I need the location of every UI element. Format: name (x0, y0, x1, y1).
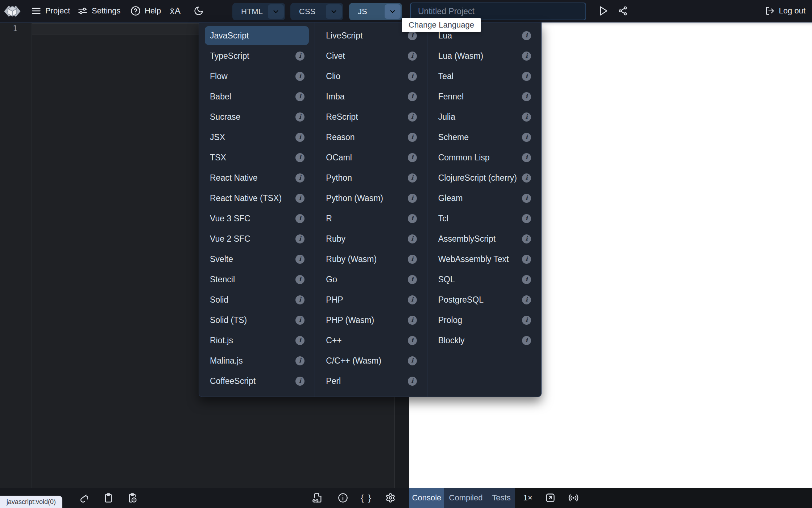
language-option[interactable]: Tcli (433, 209, 535, 228)
chevron-down-icon[interactable] (385, 4, 401, 19)
language-option[interactable]: Ri (321, 209, 421, 228)
info-icon[interactable]: i (408, 255, 417, 264)
info-icon[interactable]: i (295, 173, 304, 183)
info-icon[interactable]: i (408, 275, 417, 284)
info-icon[interactable]: i (408, 133, 417, 142)
file-tab-html[interactable]: HTML (232, 3, 285, 20)
info-icon[interactable]: i (408, 377, 417, 386)
language-option[interactable]: Blocklyi (433, 331, 535, 350)
info-icon[interactable]: i (522, 52, 531, 61)
language-option[interactable]: Babeli (205, 87, 309, 106)
language-option[interactable]: Schemei (433, 128, 535, 147)
info-icon[interactable]: i (522, 31, 531, 40)
language-option[interactable]: Ruby (Wasm)i (321, 250, 421, 269)
info-icon[interactable]: i (522, 92, 531, 101)
info-icon[interactable]: i (295, 112, 304, 122)
info-icon[interactable]: i (295, 153, 304, 162)
language-option[interactable]: Fenneli (433, 87, 535, 106)
info-icon[interactable]: i (295, 275, 304, 284)
language-option[interactable]: WebAssembly Texti (433, 250, 535, 269)
info-icon[interactable]: i (408, 316, 417, 325)
run-button[interactable] (595, 0, 611, 22)
info-icon[interactable]: i (295, 377, 304, 386)
file-tab-css[interactable]: CSS (290, 3, 343, 20)
language-option[interactable]: Goi (321, 270, 421, 289)
info-icon[interactable]: i (295, 336, 304, 345)
language-option[interactable]: C++i (321, 331, 421, 350)
clipboard-icon[interactable] (100, 488, 116, 508)
language-option[interactable]: Sveltei (205, 250, 309, 269)
menu-help[interactable]: Help (130, 0, 161, 22)
info-icon[interactable]: i (522, 316, 531, 325)
language-option[interactable]: React Native (TSX)i (205, 189, 309, 208)
info-icon[interactable]: i (408, 92, 417, 101)
info-icon[interactable]: i (522, 275, 531, 284)
info-icon[interactable]: i (295, 234, 304, 243)
menu-project[interactable]: Project (31, 0, 70, 22)
logout-button[interactable]: Log out (765, 0, 805, 22)
language-option[interactable]: Vue 3 SFCi (205, 209, 309, 228)
language-option[interactable]: SQLi (433, 270, 535, 289)
zoom-level-button[interactable]: 1× (519, 488, 536, 508)
language-option[interactable]: C/C++ (Wasm)i (321, 351, 421, 370)
info-icon[interactable]: i (522, 194, 531, 203)
language-option[interactable]: Prologi (433, 311, 535, 329)
language-option[interactable]: PostgreSQLi (433, 290, 535, 309)
info-icon[interactable]: i (522, 72, 531, 81)
language-option[interactable]: Lua (Wasm)i (433, 46, 535, 65)
info-icon[interactable]: i (408, 214, 417, 223)
language-option[interactable]: React Nativei (205, 168, 309, 187)
info-icon[interactable]: i (295, 52, 304, 61)
clipboard-paste-icon[interactable] (124, 488, 140, 508)
info-icon[interactable]: i (408, 153, 417, 162)
language-option[interactable]: Civeti (321, 46, 421, 65)
info-icon[interactable]: i (522, 153, 531, 162)
language-option[interactable]: Imbai (321, 87, 421, 106)
info-icon[interactable]: i (522, 255, 531, 264)
info-icon[interactable]: i (295, 92, 304, 101)
share-button[interactable] (615, 0, 631, 22)
app-logo-icon[interactable] (4, 3, 21, 20)
info-icon[interactable]: i (522, 234, 531, 243)
language-option[interactable]: TypeScripti (205, 46, 309, 65)
info-icon[interactable]: i (522, 112, 531, 122)
language-option[interactable]: OCamli (321, 148, 421, 167)
info-icon[interactable]: i (408, 72, 417, 81)
chevron-down-icon[interactable] (268, 4, 284, 19)
info-icon[interactable]: i (295, 214, 304, 223)
info-icon[interactable]: i (408, 234, 417, 243)
info-icon[interactable]: i (295, 72, 304, 81)
info-icon[interactable]: i (408, 336, 417, 345)
live-broadcast-icon[interactable] (566, 488, 581, 508)
info-icon[interactable]: i (295, 133, 304, 142)
info-icon[interactable]: i (408, 173, 417, 183)
gear-icon[interactable] (382, 488, 398, 508)
open-preview-external-icon[interactable] (542, 488, 558, 508)
language-option[interactable]: JavaScript (205, 26, 309, 45)
language-option[interactable]: Clioi (321, 67, 421, 86)
translate-icon[interactable]: x̄A (167, 0, 183, 22)
file-link-icon[interactable] (310, 488, 326, 508)
language-option[interactable]: TSXi (205, 148, 309, 167)
language-option[interactable]: Gleami (433, 189, 535, 208)
panel-tab-console[interactable]: Console (409, 488, 444, 508)
info-icon[interactable]: i (408, 356, 417, 365)
language-option[interactable]: Juliai (433, 107, 535, 126)
info-icon[interactable]: i (295, 316, 304, 325)
language-option[interactable]: Riot.jsi (205, 331, 309, 350)
language-option[interactable]: AssemblyScripti (433, 229, 535, 248)
menu-settings[interactable]: Settings (78, 0, 121, 22)
language-option[interactable]: ClojureScript (cherry)i (433, 168, 535, 187)
panel-tab-tests[interactable]: Tests (488, 488, 515, 508)
file-tab-js[interactable]: JS (349, 3, 402, 20)
info-icon[interactable]: i (295, 194, 304, 203)
language-option[interactable]: Malina.jsi (205, 351, 309, 370)
chevron-down-icon[interactable] (326, 4, 342, 19)
language-option[interactable]: PHP (Wasm)i (321, 311, 421, 329)
language-option[interactable]: Pythoni (321, 168, 421, 187)
info-icon[interactable]: i (522, 295, 531, 304)
language-option[interactable]: Solid (TS)i (205, 311, 309, 329)
info-icon[interactable]: i (408, 31, 417, 40)
info-icon[interactable]: i (522, 173, 531, 183)
redo-icon[interactable] (76, 488, 92, 508)
